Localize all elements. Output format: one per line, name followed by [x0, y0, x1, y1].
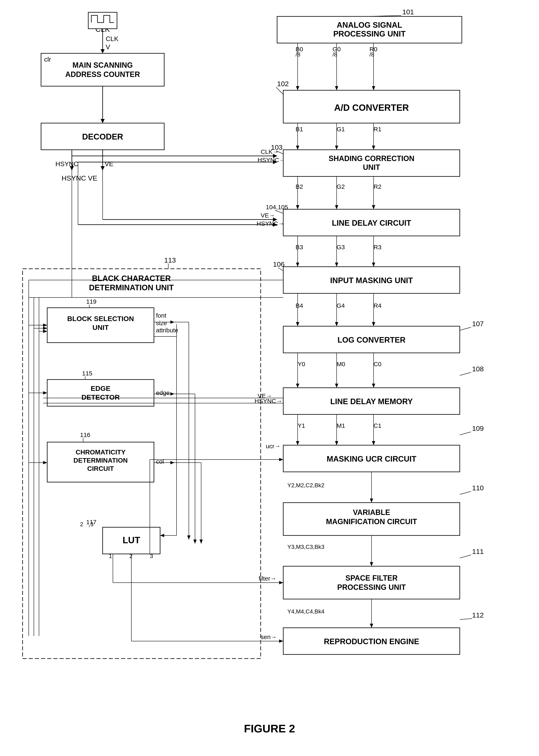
svg-text:UNIT: UNIT	[92, 323, 109, 331]
svg-text:116: 116	[80, 432, 90, 438]
svg-text:LUT: LUT	[122, 535, 140, 545]
svg-text:HSYNC  VE: HSYNC VE	[62, 174, 97, 182]
svg-text:R1: R1	[374, 126, 381, 133]
svg-text:HSYNC→: HSYNC→	[257, 220, 284, 227]
svg-text:edge: edge	[156, 389, 170, 396]
svg-text:VARIABLE: VARIABLE	[353, 508, 390, 516]
svg-text:B2: B2	[296, 183, 303, 190]
svg-text:font: font	[156, 312, 167, 319]
svg-text:B3: B3	[296, 244, 303, 250]
svg-text:ADDRESS COUNTER: ADDRESS COUNTER	[65, 70, 140, 79]
svg-text:DETERMINATION UNIT: DETERMINATION UNIT	[89, 283, 174, 292]
svg-text:Y4,M4,C4,Bk4: Y4,M4,C4,Bk4	[287, 608, 325, 615]
svg-text:MAIN SCANNING: MAIN SCANNING	[72, 61, 133, 69]
svg-text:SPACE FILTER: SPACE FILTER	[346, 574, 398, 582]
svg-text:MASKING UCR CIRCUIT: MASKING UCR CIRCUIT	[327, 454, 417, 463]
svg-text:C1: C1	[374, 422, 381, 429]
svg-text:M0: M0	[337, 361, 345, 368]
svg-text:UNIT: UNIT	[363, 163, 380, 172]
svg-text:3: 3	[150, 553, 153, 559]
svg-text:103: 103	[271, 143, 283, 151]
svg-text:clr: clr	[44, 56, 51, 63]
svg-rect-2	[88, 12, 117, 29]
diagram-container: CLK CLK V MAIN SCANNING ADDRESS COUNTER …	[0, 0, 539, 756]
svg-text:3: 3	[90, 521, 94, 527]
svg-text:2: 2	[129, 553, 133, 559]
svg-text:A/D CONVERTER: A/D CONVERTER	[334, 103, 409, 113]
svg-text:CLK: CLK	[106, 35, 118, 42]
svg-text:col: col	[156, 458, 164, 465]
svg-rect-7	[41, 53, 164, 86]
svg-text:DECODER: DECODER	[82, 132, 123, 141]
svg-text:/8: /8	[296, 51, 300, 58]
svg-rect-155	[283, 566, 460, 599]
svg-text:CHROMATICITY: CHROMATICITY	[76, 448, 125, 456]
svg-text:filter→: filter→	[259, 575, 276, 582]
svg-text:Y0: Y0	[298, 361, 305, 368]
svg-text:LOG CONVERTER: LOG CONVERTER	[338, 336, 405, 344]
svg-text:107: 107	[472, 320, 484, 328]
svg-text:V: V	[106, 43, 110, 51]
svg-text:CIRCUIT: CIRCUIT	[87, 465, 114, 472]
svg-text:110: 110	[472, 484, 484, 492]
svg-text:FIGURE 2: FIGURE 2	[244, 722, 295, 735]
svg-text:111: 111	[472, 548, 484, 555]
svg-text:Y3,M3,C3,Bk3: Y3,M3,C3,Bk3	[287, 544, 325, 550]
svg-text:101: 101	[402, 8, 414, 16]
svg-text:DETECTOR: DETECTOR	[82, 393, 120, 401]
svg-text:SHADING CORRECTION: SHADING CORRECTION	[329, 154, 415, 163]
svg-text:B1: B1	[296, 126, 303, 133]
svg-text:EDGE: EDGE	[91, 384, 111, 392]
svg-text:2: 2	[80, 521, 83, 527]
svg-text:R3: R3	[374, 244, 381, 250]
svg-text:ucr→: ucr→	[266, 443, 280, 449]
svg-rect-181	[47, 379, 154, 406]
svg-text:Y1: Y1	[298, 422, 305, 429]
svg-text:108: 108	[472, 365, 484, 373]
svg-text:BLOCK SELECTION: BLOCK SELECTION	[67, 315, 134, 322]
svg-text:ANALOG SIGNAL: ANALOG SIGNAL	[337, 21, 402, 29]
svg-text:MAGNIFICATION CIRCUIT: MAGNIFICATION CIRCUIT	[326, 517, 417, 526]
svg-text:DETERMINATION: DETERMINATION	[73, 457, 128, 464]
svg-text:HSYNC→: HSYNC→	[255, 398, 282, 404]
svg-text:M1: M1	[337, 422, 345, 429]
svg-text:HSYNC: HSYNC	[55, 160, 78, 168]
svg-text:G4: G4	[337, 302, 345, 309]
svg-text:1: 1	[109, 553, 112, 559]
svg-text:sen→: sen→	[261, 634, 277, 640]
svg-text:LINE DELAY CIRCUIT: LINE DELAY CIRCUIT	[332, 219, 411, 227]
svg-text:G1: G1	[337, 126, 345, 133]
svg-text:INPUT MASKING UNIT: INPUT MASKING UNIT	[330, 276, 413, 285]
svg-text:106: 106	[273, 260, 285, 268]
svg-text:R2: R2	[374, 183, 381, 190]
svg-text:102: 102	[277, 80, 289, 88]
svg-text:size: size	[156, 320, 167, 326]
svg-text:HSYNC→: HSYNC→	[258, 157, 285, 163]
svg-text:B4: B4	[296, 302, 303, 309]
svg-text:PROCESSING UNIT: PROCESSING UNIT	[337, 583, 406, 591]
svg-text:REPRODUCTION ENGINE: REPRODUCTION ENGINE	[324, 637, 419, 646]
svg-text:attribute: attribute	[156, 327, 178, 334]
svg-text:R4: R4	[374, 302, 381, 309]
svg-text:112: 112	[472, 611, 484, 619]
svg-text:VE: VE	[105, 160, 114, 168]
svg-text:109: 109	[472, 425, 484, 432]
svg-text:115: 115	[82, 370, 92, 377]
svg-text:Y2,M2,C2,Bk2: Y2,M2,C2,Bk2	[287, 482, 325, 489]
svg-text:G3: G3	[337, 244, 345, 250]
svg-text:BLACK CHARACTER: BLACK CHARACTER	[92, 274, 171, 283]
svg-text:LINE DELAY MEMORY: LINE DELAY MEMORY	[330, 397, 413, 406]
svg-text:PROCESSING UNIT: PROCESSING UNIT	[333, 30, 406, 38]
svg-text:113: 113	[164, 256, 176, 264]
svg-text:C0: C0	[374, 361, 381, 368]
svg-text:119: 119	[86, 298, 97, 305]
svg-text:VE→: VE→	[261, 212, 275, 219]
svg-text:G2: G2	[337, 183, 345, 190]
